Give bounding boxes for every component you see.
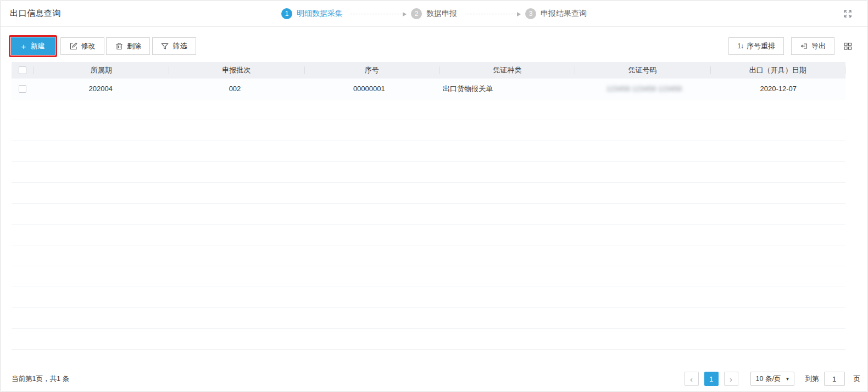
edit-button-group: 修改 删除 筛选: [61, 37, 196, 55]
modify-button-label: 修改: [81, 41, 96, 51]
column-header-period: 所属期: [34, 62, 169, 79]
goto-page-prefix: 到第: [805, 374, 819, 384]
header-checkbox-cell: [12, 62, 34, 79]
grid-columns-icon[interactable]: [843, 41, 853, 51]
step-3-circle: 3: [525, 8, 536, 19]
modify-button[interactable]: 修改: [60, 37, 104, 55]
step-declaration-result[interactable]: 3 申报结果查询: [525, 8, 587, 19]
cell-batch: 002: [168, 79, 302, 99]
step-2-label: 数据申报: [426, 9, 457, 19]
filter-button[interactable]: 筛选: [152, 37, 196, 55]
chevron-left-icon: ‹: [690, 375, 693, 383]
export-button-label: 导出: [811, 41, 826, 51]
annotation-highlight-box: + 新建: [9, 35, 57, 57]
delete-button-label: 删除: [127, 41, 141, 51]
row-select-checkbox[interactable]: [19, 85, 26, 93]
records-table: 所属期 申报批次 序号 凭证种类 凭证号码 出口（开具）日期 202004 00…: [12, 62, 845, 366]
delete-button[interactable]: 删除: [106, 37, 150, 55]
page-size-select[interactable]: 10 条/页 ▼: [750, 372, 794, 386]
page-size-value: 10 条/页: [756, 374, 781, 384]
toolbar: + 新建 修改: [1, 27, 867, 62]
funnel-icon: [161, 42, 169, 50]
step-1-label: 明细数据采集: [297, 9, 343, 19]
prev-page-button[interactable]: ‹: [685, 372, 699, 386]
top-bar: 出口信息查询 1 明细数据采集 2 数据申报 3 申报结果查询: [1, 1, 867, 27]
caret-down-icon: ▼: [786, 377, 790, 382]
step-2-circle: 2: [411, 8, 422, 19]
column-header-export-date: 出口（开具）日期: [710, 62, 845, 79]
goto-page-suffix: 页: [854, 374, 861, 384]
reorder-button-label: 序号重排: [747, 41, 775, 51]
new-button-label: 新建: [30, 41, 44, 51]
row-checkbox-cell: [12, 79, 34, 99]
reorder-sequence-button[interactable]: 1↓ 序号重排: [728, 37, 784, 55]
current-page-button[interactable]: 1: [704, 372, 719, 386]
fullscreen-expand-icon[interactable]: [842, 8, 853, 19]
export-arrow-icon: [800, 42, 808, 50]
step-connector-arrow: [350, 14, 404, 14]
step-data-declaration[interactable]: 2 数据申报: [411, 8, 457, 19]
select-all-checkbox[interactable]: [19, 66, 26, 74]
blurred-doc-number: 123456 123456 123456: [607, 85, 682, 93]
column-header-batch: 申报批次: [169, 62, 304, 79]
filter-button-label: 筛选: [173, 41, 187, 51]
wizard-stepper: 1 明细数据采集 2 数据申报 3 申报结果查询: [281, 1, 587, 27]
cell-doc-type: 出口货物报关单: [436, 79, 577, 99]
table-header-row: 所属期 申报批次 序号 凭证种类 凭证号码 出口（开具）日期: [12, 62, 845, 79]
export-info-query-page: 出口信息查询 1 明细数据采集 2 数据申报 3 申报结果查询: [0, 0, 868, 392]
cell-seq: 00000001: [302, 79, 436, 99]
goto-page-input[interactable]: [824, 372, 845, 386]
sort-numeric-icon: 1↓: [737, 42, 743, 50]
column-header-seq: 序号: [304, 62, 439, 79]
empty-table-area: [12, 99, 845, 366]
edit-pencil-icon: [70, 42, 77, 50]
cell-export-date: 2020-12-07: [711, 79, 845, 99]
step-3-label: 申报结果查询: [541, 9, 587, 19]
cell-doc-no: 123456 123456 123456: [577, 79, 711, 99]
trash-icon: [115, 42, 123, 50]
plus-icon: +: [21, 42, 26, 51]
table-row: 202004 002 00000001 出口货物报关单 123456 12345…: [12, 79, 845, 99]
export-button[interactable]: 导出: [791, 37, 834, 55]
next-page-button[interactable]: ›: [724, 372, 738, 386]
cell-period: 202004: [34, 79, 168, 99]
pager-controls: ‹ 1 › 10 条/页 ▼ 到第 页: [679, 372, 861, 386]
pagination-summary: 当前第1页，共1 条: [12, 374, 69, 384]
new-button[interactable]: + 新建: [11, 37, 55, 55]
chevron-right-icon: ›: [730, 375, 732, 383]
page-title: 出口信息查询: [10, 8, 61, 19]
column-header-doc-type: 凭证种类: [439, 62, 575, 79]
step-connector-arrow: [465, 14, 519, 14]
pagination-bar: 当前第1页，共1 条 ‹ 1 › 10 条/页 ▼ 到第 页: [1, 366, 867, 391]
step-1-circle: 1: [281, 8, 292, 19]
toolbar-right: 1↓ 序号重排 导出: [721, 37, 853, 55]
step-detail-data-collection[interactable]: 1 明细数据采集: [281, 8, 343, 19]
column-header-doc-no: 凭证号码: [575, 62, 710, 79]
